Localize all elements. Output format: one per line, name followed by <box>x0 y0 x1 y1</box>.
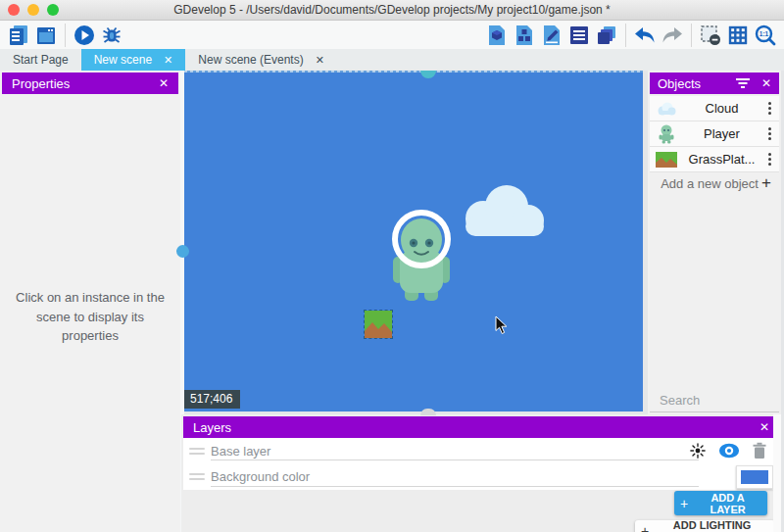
toolbar-separator <box>625 24 626 47</box>
add-object-label: Add a new object <box>658 176 761 191</box>
window-title: GDevelop 5 - /Users/david/Documents/GDev… <box>0 3 784 17</box>
object-name: Cloud <box>679 101 764 116</box>
undo-icon[interactable] <box>631 23 659 48</box>
player-instance[interactable] <box>388 210 455 304</box>
background-color-swatch[interactable] <box>736 465 773 489</box>
toolbar-separator <box>65 24 66 47</box>
play-icon[interactable] <box>71 23 98 48</box>
add-layer-label: ADD A LAYER <box>694 492 761 515</box>
object-row-grassplatform[interactable]: GrassPlat... <box>650 147 779 172</box>
objects-editor-icon[interactable] <box>483 23 511 48</box>
scene-top-edge <box>184 71 643 73</box>
grid-icon[interactable] <box>724 23 752 48</box>
scrollbar-gutter <box>773 414 781 532</box>
scene-properties-icon[interactable] <box>538 23 565 48</box>
tab-label: New scene <box>94 53 152 67</box>
object-menu-icon[interactable] <box>764 125 775 142</box>
object-name: Player <box>679 126 764 141</box>
player-thumbnail-icon <box>659 124 674 144</box>
tab-label: Start Page <box>13 53 69 67</box>
drag-handle-icon[interactable] <box>189 448 205 455</box>
cursor-coordinates-badge: 517;406 <box>184 390 240 409</box>
properties-panel-title: Properties <box>12 76 70 91</box>
editor-tab-bar: Start Page New scene ✕ New scene (Events… <box>0 49 784 71</box>
zoom-1-1-icon[interactable]: 1:1 <box>752 23 779 48</box>
tab-label: New scene (Events) <box>198 53 303 67</box>
object-row-cloud[interactable]: Cloud <box>650 96 779 121</box>
add-lighting-layer-button[interactable]: + ADD LIGHTING LAYER <box>635 520 775 532</box>
tab-new-scene-events[interactable]: New scene (Events) ✕ <box>185 49 337 71</box>
close-window-button[interactable] <box>8 4 20 16</box>
layer-name[interactable]: Base layer <box>211 444 270 459</box>
objects-panel: Objects ✕ Cloud <box>648 71 781 414</box>
object-groups-icon[interactable] <box>511 23 538 48</box>
main-toolbar: 1:1 <box>0 21 784 49</box>
layers-panel-title: Layers <box>193 420 231 435</box>
title-bar: GDevelop 5 - /Users/david/Documents/GDev… <box>0 0 784 21</box>
zoom-window-button[interactable] <box>47 4 59 16</box>
cloud-thumbnail-icon <box>656 102 677 116</box>
layer-row-background-color[interactable]: Background color <box>183 463 779 490</box>
object-name: GrassPlat... <box>679 152 764 167</box>
close-tab-icon[interactable]: ✕ <box>316 55 324 66</box>
layer-row-base[interactable]: Base layer <box>183 438 779 463</box>
debug-icon[interactable] <box>98 23 125 48</box>
start-page-icon[interactable] <box>32 23 60 48</box>
filter-icon[interactable] <box>736 78 750 88</box>
minimize-window-button[interactable] <box>27 4 39 16</box>
delete-trash-icon[interactable] <box>752 442 767 459</box>
instances-list-icon[interactable] <box>565 23 593 48</box>
properties-empty-message: Click on an instance in the scene to dis… <box>10 288 171 346</box>
add-a-layer-button[interactable]: + ADD A LAYER <box>674 491 767 515</box>
object-row-player[interactable]: Player <box>650 121 779 147</box>
close-icon[interactable]: ✕ <box>761 76 771 90</box>
mask-icon[interactable] <box>697 23 724 48</box>
layer-name-underline <box>211 459 699 460</box>
object-menu-icon[interactable] <box>764 151 775 168</box>
lighting-icon[interactable] <box>689 442 707 459</box>
layers-panel: Layers ✕ Base layer <box>181 414 781 532</box>
objects-panel-header: Objects ✕ <box>650 73 779 94</box>
add-new-object-button[interactable]: Add a new object + <box>650 171 779 195</box>
toolbar-separator <box>691 24 692 47</box>
scene-canvas[interactable]: 517;406 <box>184 71 643 411</box>
drag-handle-icon[interactable] <box>189 473 205 480</box>
project-manager-icon[interactable] <box>5 23 32 48</box>
close-icon[interactable]: ✕ <box>159 76 169 90</box>
object-search-input[interactable] <box>658 392 784 409</box>
visibility-eye-icon[interactable] <box>718 443 740 459</box>
plus-icon: + <box>680 496 688 511</box>
layer-name[interactable]: Background color <box>211 469 310 484</box>
properties-panel-header: Properties ✕ <box>2 73 178 94</box>
mouse-cursor <box>495 315 509 335</box>
properties-panel: Properties ✕ Click on an instance in the… <box>0 71 180 532</box>
gdevelop-window: GDevelop 5 - /Users/david/Documents/GDev… <box>0 0 784 532</box>
grass-platform-instance[interactable] <box>365 311 392 338</box>
tab-new-scene[interactable]: New scene ✕ <box>81 49 186 71</box>
redo-icon[interactable] <box>659 23 686 48</box>
plus-icon: + <box>761 173 771 193</box>
grass-thumbnail-icon <box>656 152 677 168</box>
add-lighting-layer-label: ADD LIGHTING LAYER <box>655 519 769 532</box>
close-icon[interactable]: ✕ <box>760 420 769 434</box>
plus-icon: + <box>641 523 649 532</box>
svg-text:1:1: 1:1 <box>760 30 769 37</box>
layers-panel-header: Layers ✕ <box>183 416 779 438</box>
tab-start-page[interactable]: Start Page <box>0 49 81 71</box>
object-search <box>650 388 779 412</box>
splitter-drag-handle[interactable] <box>176 245 189 258</box>
cloud-instance[interactable] <box>454 179 552 242</box>
layer-name-underline <box>211 486 699 487</box>
objects-panel-title: Objects <box>658 76 701 91</box>
close-tab-icon[interactable]: ✕ <box>164 55 172 66</box>
layers-stack-icon[interactable] <box>593 23 620 48</box>
layers-drag-handle[interactable] <box>420 409 436 415</box>
object-menu-icon[interactable] <box>764 100 775 117</box>
